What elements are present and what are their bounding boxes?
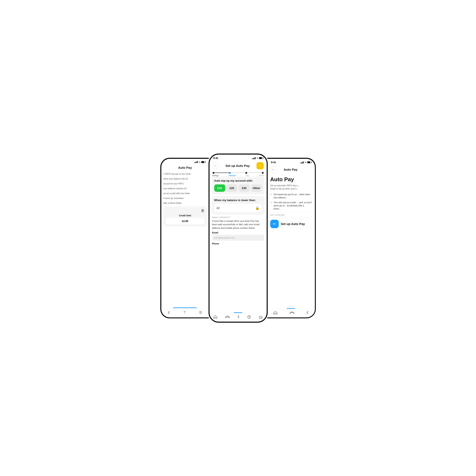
right-status-bar: 9:41 ∿ <box>267 159 315 165</box>
setup-btn-label: Set up Auto Pay <box>281 222 305 226</box>
center-content: Auto top-up my account with: £10 £20 £30… <box>210 177 267 312</box>
center-nav-flow[interactable] <box>225 316 230 319</box>
right-wifi-icon: ∿ <box>305 161 306 163</box>
svg-point-8 <box>290 312 291 313</box>
balance-card: When my balance is lower than: £2 🔒 <box>212 196 265 215</box>
bolt-icon: ⚡ <box>258 163 262 168</box>
step-label-energy: Energy <box>213 174 219 177</box>
receipt-section: NEED A RECEIPT? If you'd like a receipt … <box>212 216 265 246</box>
svg-point-2 <box>229 317 230 318</box>
lock-icon: 🔒 <box>255 206 259 210</box>
right-battery-icon <box>307 161 311 163</box>
check-text-1: Set repeat top-ups for yo... meter when … <box>274 193 312 199</box>
get-started-label: GET STARTED <box>270 214 312 216</box>
left-status-bar: ∿ <box>161 159 209 164</box>
left-nav-help[interactable]: ? <box>184 311 186 314</box>
center-battery-icon <box>259 157 263 159</box>
left-wifi-icon: ∿ <box>199 161 201 163</box>
check-item-1: ✓ Set repeat top-ups for yo... meter whe… <box>270 193 312 199</box>
credit-limit-value: £2.00 <box>166 218 205 224</box>
balance-value: £2 <box>217 206 220 210</box>
left-text7: (like a Direct Debit). <box>163 202 207 205</box>
amount-buttons: £10 £20 £30 Other <box>214 184 262 192</box>
svg-text:?: ? <box>248 316 250 318</box>
right-header-title: Auto Pay <box>284 168 297 171</box>
center-wifi-icon: ∿ <box>256 157 258 159</box>
step-dot-amount <box>229 172 231 174</box>
check-text-2: Your auto top-up is paid ... card, so yo… <box>274 201 312 210</box>
credit-limit-label: Credit limit <box>166 214 205 217</box>
phone-center: 9:41 ∿ ← Set up Auto Pay ⚡ <box>208 153 268 323</box>
left-text1: c PAYG top-ups so you never <box>163 172 207 175</box>
receipt-section-label: NEED A RECEIPT? <box>212 216 264 219</box>
amount-btn-30[interactable]: £30 <box>239 184 250 192</box>
divider-2 <box>270 218 312 218</box>
left-text3: op-ups for your PAYG <box>163 182 207 185</box>
right-back-button[interactable]: ← <box>270 166 277 173</box>
center-status-icons: ∿ <box>252 157 263 159</box>
setup-auto-pay-button[interactable]: ∞ Set up Auto Pay <box>270 220 312 228</box>
left-content: c PAYG top-ups so you never when your ba… <box>161 171 209 307</box>
left-text2: when your balance hits £2. <box>163 177 207 180</box>
right-header: ← Auto Pay <box>267 165 315 174</box>
center-back-button[interactable]: ← <box>213 163 219 169</box>
check-icon-1: ✓ <box>270 193 272 196</box>
left-bottom-nav: £ ? ☰ <box>161 308 209 317</box>
step-dot-pay <box>245 172 247 174</box>
left-credit-card: 🗑 Credit limit £2.00 <box>163 206 207 226</box>
center-bottom-nav: £ ? <box>210 313 267 322</box>
divider-1 <box>270 212 312 212</box>
right-bottom-nav: £ <box>267 309 315 317</box>
left-header-title: Auto Pay <box>178 166 192 169</box>
center-header-title: Set up Auto Pay <box>225 164 250 168</box>
center-nav-help[interactable]: ? <box>247 315 251 319</box>
right-nav-currency[interactable]: £ <box>307 311 308 314</box>
step-dot-done <box>262 172 264 174</box>
topup-card-title: Auto top-up my account with: <box>214 179 262 182</box>
right-nav-home[interactable] <box>273 311 277 314</box>
left-active-indicator <box>173 307 197 308</box>
left-header: Auto Pay <box>161 164 209 171</box>
check-item-2: ✓ Your auto top-up is paid ... card, so … <box>270 201 312 210</box>
svg-point-10 <box>293 312 294 313</box>
email-input[interactable]: sam@example.com <box>212 235 264 241</box>
center-nav-menu[interactable] <box>259 316 263 319</box>
right-nav-flow[interactable] <box>290 311 294 314</box>
right-status-icons: ∿ <box>300 161 311 163</box>
step-line-3 <box>247 172 262 173</box>
left-text5: op-up is paid with your bank <box>163 192 207 195</box>
right-time: 9:41 <box>271 161 276 164</box>
balance-input-row: £2 🔒 <box>214 204 262 212</box>
left-text4: your balance reaches £2. <box>163 187 207 190</box>
center-status-bar: 9:41 ∿ <box>210 154 267 160</box>
left-battery-icon <box>201 161 205 163</box>
step-line-1 <box>214 172 229 173</box>
phone-field-label: Phone <box>212 242 264 245</box>
center-nav-home[interactable] <box>213 315 217 319</box>
phone-left: ∿ Auto Pay c PAYG top-ups so you never w… <box>160 158 209 319</box>
auto-pay-title: Auto Pay <box>270 176 312 183</box>
delete-icon[interactable]: 🗑 <box>166 208 205 213</box>
amount-btn-other[interactable]: Other <box>251 184 262 192</box>
amount-btn-10[interactable]: £10 <box>214 184 225 192</box>
left-signal <box>194 161 198 163</box>
check-icon-2: ✓ <box>270 201 272 204</box>
receipt-description: If you'd like a receipt when your Auto P… <box>212 219 264 230</box>
svg-point-1 <box>227 316 228 317</box>
amount-btn-20[interactable]: £20 <box>226 184 238 192</box>
right-signal <box>300 161 304 163</box>
setup-btn-icon: ∞ <box>270 220 279 228</box>
step-label-done: Done <box>259 174 264 177</box>
svg-point-9 <box>291 311 292 313</box>
right-content: Auto Pay Set up automatic PAYG top-u...f… <box>267 174 315 308</box>
step-label-amount: Amount <box>229 174 236 177</box>
phone-right: 9:41 ∿ ← Auto Pay Auto Pay Set up <box>267 158 316 319</box>
auto-pay-desc: Set up automatic PAYG top-u...forget to … <box>270 184 312 190</box>
left-nav-menu[interactable]: ☰ <box>199 310 202 314</box>
progress-labels: Energy Amount Pay Done <box>213 174 264 177</box>
center-nav-currency[interactable]: £ <box>238 315 239 319</box>
bolt-button[interactable]: ⚡ <box>256 162 264 169</box>
scene: ∿ Auto Pay c PAYG top-ups so you never w… <box>143 143 333 333</box>
progress-container: Energy Amount Pay Done <box>210 171 267 177</box>
left-nav-currency[interactable]: £ <box>168 311 170 314</box>
